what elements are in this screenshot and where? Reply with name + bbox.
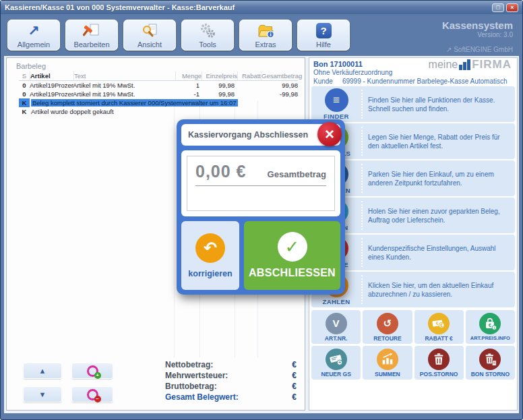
svg-text:€: € <box>489 322 492 328</box>
return-arrow-icon: ↺ <box>377 313 398 334</box>
selected-message-text: Beleg komplett storniert durch Kassierer… <box>31 99 238 107</box>
brand-block: Kassensystem Version: 3.0 ↗ SoftENGINE G… <box>442 20 516 56</box>
cell-s: 0 <box>19 90 30 98</box>
quick-button-label: SUMMEN <box>375 371 400 378</box>
external-link-icon: ↗ <box>446 46 452 53</box>
quick-button-label: ART.NR. <box>325 335 348 342</box>
close-window-button[interactable]: × <box>506 3 518 12</box>
dialog-titlebar: Kassiervorgang Abschliessen <box>181 124 340 146</box>
header-rabatt: Rabatt <box>237 71 261 80</box>
quick-button-retoure[interactable]: ↺ RETOURE <box>363 310 412 344</box>
table-row[interactable]: 0 Artikel19Prozer Artikel mit 19% MwSt. … <box>19 90 298 98</box>
total-label: Bruttobetrag: <box>165 382 217 391</box>
cell-s: K <box>19 107 30 116</box>
header-einzelpreis: Einzelpreis <box>202 71 237 80</box>
cell-text: Artikel mit 19% MwSt. <box>73 90 174 98</box>
add-position-button[interactable]: + <box>71 363 113 379</box>
total-currency: € <box>292 382 297 391</box>
arrow-up-right-icon: ↗ <box>28 22 40 40</box>
total-amount: 0,00 € <box>195 162 247 181</box>
header-menge: Menge <box>175 71 202 80</box>
toolbar-button-tools[interactable]: Tools <box>181 20 234 51</box>
quick-button-label: RETOURE <box>373 335 401 342</box>
company-link[interactable]: ↗ SoftENGINE GmbH <box>442 46 513 53</box>
amount-row: 0,00 € Gesamtbetrag <box>195 162 326 181</box>
scroll-up-button[interactable]: ▲ <box>23 363 62 379</box>
quick-button-artpreisinfo[interactable]: €i ART.PREIS.INFO <box>466 310 515 344</box>
header-artikel: Artikel <box>30 71 73 80</box>
cell-s: 0 <box>19 81 30 90</box>
cell-artikel: Artikel19Prozer <box>30 90 73 98</box>
table-row[interactable]: 0 Artikel19Prozer Artikel mit 19% MwSt. … <box>19 81 298 90</box>
quick-button-bonstorno[interactable]: BON STORNO <box>466 346 515 380</box>
window-title: Kassieren/Kasse 01 von 000 Systemverwalt… <box>5 3 235 11</box>
toolbar-button-allgemein[interactable]: ↗ Allgemein <box>7 20 60 51</box>
company-name: SoftENGINE GmbH <box>454 46 513 53</box>
total-label: Mehrwertsteuer: <box>165 371 228 380</box>
arrow-down-icon: ▼ <box>39 391 47 398</box>
total-label-gesamt: Gesamt Belegwert: <box>165 392 239 402</box>
quick-button-summen[interactable]: SUMMEN <box>363 346 412 380</box>
price-bag-icon: €i <box>479 313 501 334</box>
customer-info: Kunde69999 - Kundennummer Barbelege-Kass… <box>313 78 507 85</box>
abschliessen-label: ABSCHLIESSEN <box>249 267 336 279</box>
cell-einzelpreis: 99,98 <box>199 81 235 90</box>
customer-label: Kunde <box>313 78 333 85</box>
app-version: Version: 3.0 <box>442 31 513 38</box>
chart-bars-icon <box>377 349 398 370</box>
restore-icon: □ <box>496 4 499 11</box>
question-glyph: ? <box>316 23 332 38</box>
quick-button-neuergs[interactable]: + NEUER GS <box>311 346 361 380</box>
amount-label: Gesamtbetrag <box>268 169 326 179</box>
header-text: Text <box>73 71 175 80</box>
korrigieren-button[interactable]: ↶ korrigieren <box>181 221 239 290</box>
cell-message: Beleg komplett storniert durch Kassierer… <box>30 98 298 107</box>
svg-text:€: € <box>440 322 443 327</box>
quick-button-rabatt[interactable]: €€ RABATT € <box>414 310 464 344</box>
function-description: Finden Sie hier alle Funktionen der Kass… <box>363 96 515 113</box>
checkout-dialog: Kassiervorgang Abschliessen × 0,00 € Ges… <box>177 119 345 295</box>
abschliessen-button[interactable]: ✓ ABSCHLIESSEN <box>244 221 340 290</box>
cell-einzelpreis: 99,98 <box>199 90 235 98</box>
toolbar: ↗ Allgemein Bearbeiten Ansicht Tools E <box>1 14 522 56</box>
quick-button-posstorno[interactable]: POS.STORNO <box>414 346 464 380</box>
toolbar-button-ansicht[interactable]: Ansicht <box>123 20 176 51</box>
amount-underline <box>195 185 326 186</box>
bon-number: Bon 17100011 <box>313 60 363 68</box>
undo-arrow-icon: ↶ <box>195 233 225 263</box>
table-row-selected[interactable]: K Beleg komplett storniert durch Kassier… <box>19 98 298 107</box>
window-controls: □ × <box>492 3 518 12</box>
voucher-plus-icon: + <box>326 349 347 370</box>
app-window: Kassieren/Kasse 01 von 000 Systemverwalt… <box>0 0 523 420</box>
quick-button-artnr[interactable]: V ART.NR. <box>311 310 361 344</box>
scroll-down-button[interactable]: ▼ <box>23 386 62 402</box>
cell-message: Artikel wurde doppelt gekauft <box>30 107 298 116</box>
remove-position-button[interactable]: − <box>71 386 113 402</box>
toolbar-button-bearbeiten[interactable]: Bearbeiten <box>65 20 118 51</box>
total-label: Nettobetrag: <box>165 360 213 369</box>
meine-firma-logo: meine FIRMA <box>429 59 512 70</box>
trash-document-icon <box>479 349 501 370</box>
function-label: ZAHLEN <box>323 298 350 305</box>
cell-menge: -1 <box>174 90 199 98</box>
cell-s: K <box>19 98 30 107</box>
toolbar-button-label: Extras <box>255 40 276 49</box>
quick-button-label: RABATT € <box>425 335 452 342</box>
toolbar-button-label: Tools <box>199 40 216 49</box>
cell-text: Artikel mit 19% MwSt. <box>73 81 174 90</box>
toolbar-button-label: Ansicht <box>137 40 162 49</box>
restore-window-button[interactable]: □ <box>492 3 504 12</box>
app-name: Kassensystem <box>442 20 513 31</box>
folder-info-icon <box>257 22 274 40</box>
table-row[interactable]: K Artikel wurde doppelt gekauft <box>19 107 298 116</box>
toolbar-button-hilfe[interactable]: ? Hilfe <box>297 20 350 51</box>
remove-position-icon: − <box>87 389 98 400</box>
toolbar-button-extras[interactable]: Extras <box>239 20 292 51</box>
receipt-table: S Artikel Text Menge Einzelpreis Rabatt … <box>19 71 298 116</box>
logo-prefix: meine <box>429 59 458 70</box>
sidebar-item-finder[interactable]: ≡ FINDER Finden Sie hier alle Funktionen… <box>311 86 515 122</box>
logo-suffix: FIRMA <box>472 59 512 70</box>
korrigieren-label: korrigieren <box>188 269 232 278</box>
quick-button-label: ART.PREIS.INFO <box>470 335 510 341</box>
dialog-close-button[interactable]: × <box>317 122 342 146</box>
